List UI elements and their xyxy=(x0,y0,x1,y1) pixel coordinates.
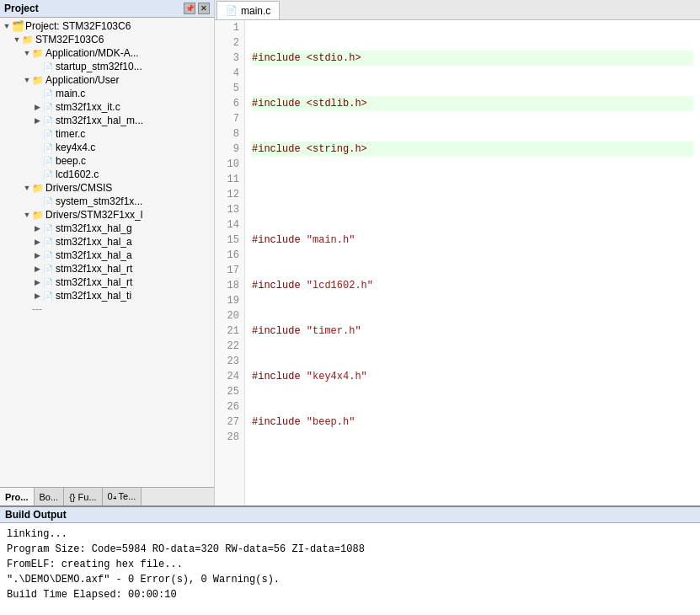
tree-toggle[interactable]: ▶ xyxy=(32,88,42,99)
tree-label: stm32f1xx_hal_a xyxy=(56,236,132,248)
file-icon: 📄 xyxy=(42,222,54,234)
tree-item-hal-a1[interactable]: ▶ 📄 stm32f1xx_hal_a xyxy=(0,235,214,249)
tree-label: stm32f1xx_hal_m... xyxy=(56,115,143,126)
file-icon: 📄 xyxy=(42,263,54,275)
tree-toggle[interactable]: ▶ xyxy=(32,237,42,247)
file-icon: 📄 xyxy=(42,290,54,302)
tree-item-stm32[interactable]: ▼ 📁 STM32F103C6 xyxy=(0,33,214,46)
tree-toggle[interactable]: ▶ xyxy=(32,264,42,274)
tree-item-main-c[interactable]: ▶ 📄 main.c xyxy=(0,87,214,100)
tree-label: STM32F103C6 xyxy=(35,34,104,45)
top-area: Project 📌 ✕ ▼ 🗂️ Project: STM32F103C6 xyxy=(0,0,700,505)
folder-icon: 📁 xyxy=(32,182,44,194)
file-icon: 📄 xyxy=(42,88,54,99)
tree-item-it[interactable]: ▶ 📄 stm32f1xx_it.c xyxy=(0,100,214,114)
tree-item-drivers-hal[interactable]: ▼ 📁 Drivers/STM32F1xx_l xyxy=(0,208,214,222)
tree-label: stm32f1xx_hal_a xyxy=(56,249,132,261)
tree-toggle[interactable]: ▶ xyxy=(32,196,42,206)
tree-toggle[interactable]: ▶ xyxy=(32,62,42,72)
tree-item-system[interactable]: ▶ 📄 system_stm32f1x... xyxy=(0,195,214,208)
file-icon: 📄 xyxy=(42,236,54,248)
tree-ellipsis-label: --- xyxy=(32,303,42,315)
tree-toggle[interactable]: ▶ xyxy=(32,129,42,139)
file-icon: 📄 xyxy=(42,249,54,261)
tree-item-lcd[interactable]: ▶ 📄 lcd1602.c xyxy=(0,168,214,181)
tree-item-project[interactable]: ▼ 🗂️ Project: STM32F103C6 xyxy=(0,19,214,33)
code-editor[interactable]: 1 2 3 4 5 6 7 8 9 10 11 12 13 14 15 16 1 xyxy=(215,20,700,505)
tree-item-key[interactable]: ▶ 📄 key4x4.c xyxy=(0,141,214,154)
tree-item-cmsis[interactable]: ▼ 📁 Drivers/CMSIS xyxy=(0,181,214,195)
tree-toggle[interactable]: ▼ xyxy=(22,210,32,220)
code-content: #include <stdio.h> #include <stdlib.h> #… xyxy=(245,20,700,505)
tree-item-startup[interactable]: ▶ 📄 startup_stm32f10... xyxy=(0,60,214,73)
folder-icon: 📁 xyxy=(22,34,34,45)
file-icon: 📄 xyxy=(42,142,54,153)
tree-label: key4x4.c xyxy=(56,142,95,153)
sidebar-header-icons: 📌 ✕ xyxy=(184,3,210,14)
tab-books[interactable]: Bo... xyxy=(35,488,65,505)
editor-tab-label: main.c xyxy=(241,5,270,17)
tree-toggle[interactable]: ▶ xyxy=(32,142,42,152)
tree-item-app-user[interactable]: ▼ 📁 Application/User xyxy=(0,73,214,87)
code-line-6: #include "lcd1602.h" xyxy=(252,278,693,293)
tree-toggle[interactable]: ▶ xyxy=(32,102,42,112)
tree-item-hal-rt1[interactable]: ▶ 📄 stm32f1xx_hal_rt xyxy=(0,262,214,275)
code-line-4 xyxy=(252,187,693,202)
app-container: Project 📌 ✕ ▼ 🗂️ Project: STM32F103C6 xyxy=(0,0,700,615)
tree-toggle[interactable]: ▶ xyxy=(32,291,42,301)
tab-functions[interactable]: {} Fu... xyxy=(64,488,102,505)
tree-item-beep[interactable]: ▶ 📄 beep.c xyxy=(0,154,214,168)
code-line-5: #include "main.h" xyxy=(252,233,693,248)
code-line-2: #include <stdlib.h> xyxy=(252,96,693,111)
tab-templates[interactable]: 0₄ Te... xyxy=(103,488,142,505)
code-line-7: #include "timer.h" xyxy=(252,324,693,339)
pin-button[interactable]: 📌 xyxy=(184,3,195,14)
code-line-3: #include <string.h> xyxy=(252,142,693,157)
folder-icon: 📁 xyxy=(32,209,44,221)
editor-tab-main-c[interactable]: 📄 main.c xyxy=(216,1,280,19)
tree-label: stm32f1xx_hal_ti xyxy=(56,290,131,302)
tree-label: stm32f1xx_it.c xyxy=(56,101,120,113)
tree-item-hal-ti[interactable]: ▶ 📄 stm32f1xx_hal_ti xyxy=(0,289,214,302)
tree-item-app-mdk[interactable]: ▼ 📁 Application/MDK-A... xyxy=(0,46,214,60)
tree-item-hal-rt2[interactable]: ▶ 📄 stm32f1xx_hal_rt xyxy=(0,275,214,289)
tree-label: Drivers/STM32F1xx_l xyxy=(45,209,142,221)
tree-toggle[interactable]: ▶ xyxy=(32,277,42,287)
tree-toggle[interactable]: ▶ xyxy=(32,169,42,179)
tree-toggle[interactable]: ▼ xyxy=(22,75,32,85)
tree-toggle[interactable]: ▶ xyxy=(32,223,42,233)
tree-item-timer[interactable]: ▶ 📄 timer.c xyxy=(0,127,214,141)
line-numbers: 1 2 3 4 5 6 7 8 9 10 11 12 13 14 15 16 1 xyxy=(215,20,245,505)
tree-toggle[interactable]: ▼ xyxy=(2,21,12,31)
tree-item-ellipsis: --- xyxy=(0,302,214,316)
tree-item-hal-m[interactable]: ▶ 📄 stm32f1xx_hal_m... xyxy=(0,114,214,127)
file-icon: 📄 xyxy=(42,101,54,113)
code-line-1: #include <stdio.h> xyxy=(252,51,693,66)
file-icon: 📄 xyxy=(42,61,54,72)
tree-toggle[interactable]: ▼ xyxy=(12,35,22,45)
tree-toggle[interactable]: ▶ xyxy=(32,115,42,126)
tree-toggle[interactable]: ▼ xyxy=(22,48,32,58)
file-icon: 📄 xyxy=(42,128,54,140)
editor-area: 📄 main.c 1 2 3 4 5 6 7 8 9 10 11 12 xyxy=(215,0,700,505)
file-icon: 📄 xyxy=(42,168,54,180)
build-line-4: ".\DEMO\DEMO.axf" - 0 Error(s), 0 Warnin… xyxy=(7,572,693,587)
tree-item-hal-g[interactable]: ▶ 📄 stm32f1xx_hal_g xyxy=(0,222,214,235)
folder-icon: 📁 xyxy=(32,47,44,59)
close-sidebar-button[interactable]: ✕ xyxy=(198,3,210,14)
tree-label: Application/MDK-A... xyxy=(45,47,139,59)
tree-toggle[interactable]: ▶ xyxy=(32,250,42,260)
tree-toggle[interactable]: ▶ xyxy=(32,156,42,166)
project-icon: 🗂️ xyxy=(12,20,24,32)
build-output-panel: Build Output linking... Program Size: Co… xyxy=(0,505,700,615)
tree-toggle[interactable]: ▼ xyxy=(22,183,32,193)
sidebar-title: Project xyxy=(4,3,39,14)
file-icon: 📄 xyxy=(42,155,54,167)
build-output-content: linking... Program Size: Code=5984 RO-da… xyxy=(0,523,700,615)
code-line-8: #include "key4x4.h" xyxy=(252,369,693,384)
tree-label: startup_stm32f10... xyxy=(56,61,142,72)
tab-project[interactable]: Pro... xyxy=(0,488,35,505)
sidebar-header: Project 📌 ✕ xyxy=(0,0,214,18)
tree-item-hal-a2[interactable]: ▶ 📄 stm32f1xx_hal_a xyxy=(0,249,214,262)
build-line-5: Build Time Elapsed: 00:00:10 xyxy=(7,587,693,602)
